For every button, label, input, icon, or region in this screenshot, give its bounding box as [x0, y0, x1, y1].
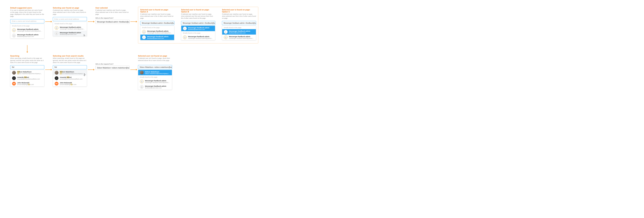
list-item-hovered[interactable]: Sidson Malarkisonsidson.malarkison@acmec… — [53, 70, 87, 76]
list-item[interactable]: Messenger-feedback-adminmessenger-feedba… — [222, 34, 256, 40]
user-email: sidson.malarkison@acmecompany.com — [145, 73, 170, 74]
user-input-filled[interactable]: Messenger-feedback-admin <feedback@userv… — [96, 20, 130, 24]
list-item-selected[interactable]: Messenger-feedback-adminfeedback@uservoi… — [222, 29, 256, 34]
dropdown-header: Emails found on the page: — [138, 75, 172, 79]
user-email: feedback@uservoice.com — [60, 34, 81, 35]
user-email: messenger-feedback-admin@yahoo-inc.com — [60, 28, 85, 30]
user-email: feedback@uservoice.com — [17, 36, 38, 37]
state-title: Selected user not found on page — [138, 55, 172, 57]
user-email: sidson.malarkison@acmecompany.com — [17, 73, 42, 74]
user-email: messenger-feedback-admin@yahoo-inc.com — [188, 38, 213, 39]
dropdown-header: Emails found on the page: — [181, 31, 215, 34]
user-email: feedback@uservoice.com — [188, 28, 210, 30]
state-title: Selected user is found on page: Option A — [140, 9, 174, 13]
user-name: Amanda Sidoni — [17, 76, 40, 78]
state-selected-not-on-page: Selected user not found on page If selec… — [138, 55, 172, 90]
state-user-selected: User selected If selected user matches u… — [96, 7, 130, 24]
list-item[interactable]: Messenger-feedback-adminmessenger-feedba… — [140, 29, 174, 34]
user-email: messenger-feedback-admin@yahoo-inc.com — [229, 38, 254, 39]
prompt-label: Who is the request from? — [96, 17, 130, 19]
dropdown-header: Emails found on the page: — [10, 24, 44, 28]
list-item[interactable]: ✦ Amanda Sidoniamanda@somewhereoutthere.… — [10, 76, 44, 81]
avatar-logo: ✦ — [55, 76, 58, 80]
user-input-filled[interactable]: Messenger-feedback-admin <feedback@userv… — [222, 21, 256, 25]
list-item-hovered[interactable]: Messenger-feedback-adminfeedback@uservoi… — [53, 31, 87, 36]
user-input[interactable]: Sid — [10, 65, 44, 69]
avatar-photo — [12, 71, 16, 74]
svg-marker-21 — [93, 69, 94, 70]
avatar-icon — [183, 26, 187, 30]
user-name: John McDonald — [60, 82, 76, 84]
user-name: Messenger-feedback-admin — [60, 32, 81, 34]
avatar-icon — [55, 32, 58, 35]
user-name: Messenger-feedback-admin — [147, 30, 172, 32]
cursor-icon — [83, 73, 86, 76]
search-results-dropdown: Sidson Malarkisonsidson.malarkison@acmec… — [53, 70, 87, 86]
list-item[interactable]: Messenger-feedback-adminmessenger-feedba… — [53, 25, 87, 31]
user-name: Messenger-feedback-admin — [188, 36, 213, 38]
list-item[interactable]: Messenger-feedback-adminmessenger-feedba… — [138, 79, 172, 84]
state-title: Selected user is found on page: Option C — [222, 9, 256, 13]
avatar-icon — [140, 85, 144, 89]
user-email: messenger-feedback-admin@yahoo-inc.com — [17, 30, 42, 32]
user-input[interactable]: Enter a name and email address — [10, 19, 44, 23]
list-item[interactable]: Sidson Malarkisonsidson.malarkison@acmec… — [10, 70, 44, 76]
list-item-selected[interactable]: Messenger-feedback-adminfeedback@uservoi… — [181, 26, 215, 31]
user-input-filled[interactable]: Sidson Malarkison <sidson.malarkison@acm… — [96, 66, 130, 70]
user-input-filled[interactable]: Sidson Malarkison <sidson.malarkison@acm… — [138, 65, 172, 69]
avatar-badge: HS — [12, 82, 16, 86]
user-input-filled[interactable]: Messenger-feedback-admin <feedback@userv… — [140, 21, 174, 25]
user-email: amanda@somewhereoutthere.com — [17, 78, 40, 80]
suggestions-dropdown: Messenger-feedback-adminfeedback@uservoi… — [181, 26, 215, 40]
user-email: feedback@uservoice.com — [147, 38, 168, 39]
user-name: Messenger-feedback-admin — [147, 36, 168, 38]
suggestions-dropdown: Emails found on the page: Messenger-feed… — [140, 26, 174, 40]
suggestions-dropdown: Emails found on the page: Messenger-feed… — [222, 26, 256, 40]
svg-point-0 — [14, 30, 14, 30]
avatar-icon — [55, 26, 58, 30]
user-email: feedback@uservoice.com — [229, 32, 250, 34]
user-input[interactable]: Enter a name and email address — [53, 17, 87, 21]
state-option-c: Selected user is found on page: Option C… — [222, 9, 256, 40]
user-email: feedback@uservoice.com — [145, 87, 166, 89]
list-item-selected[interactable]: Sidson Malarkisonsidson.malarkison@acmec… — [138, 70, 172, 75]
svg-point-12 — [184, 28, 185, 28]
list-item[interactable]: HS John McDonaldjmcdonald@highside.com — [10, 81, 44, 86]
list-item[interactable]: Messenger-feedback-adminfeedback@uservoi… — [10, 33, 44, 38]
svg-point-11 — [144, 36, 144, 37]
svg-marker-17 — [26, 52, 28, 53]
list-item[interactable]: Messenger-feedback-adminmessenger-feedba… — [10, 28, 44, 33]
state-desc: When searching, emails found on the page… — [10, 57, 44, 63]
user-input[interactable]: Sid — [53, 65, 87, 69]
svg-marker-19 — [51, 69, 52, 70]
user-name: Messenger-feedback-admin — [229, 30, 250, 32]
user-name: John McDonald — [17, 82, 34, 84]
flow-arrow-right — [44, 55, 53, 71]
user-input-filled[interactable]: Messenger-feedback-admin <feedback@userv… — [181, 21, 215, 25]
avatar-icon — [224, 30, 228, 34]
list-item[interactable]: Messenger-feedback-adminmessenger-feedba… — [181, 34, 215, 40]
list-item-selected[interactable]: Messenger-feedback-adminfeedback@uservoi… — [140, 34, 174, 40]
state-desc: When searching, emails found on the page… — [53, 57, 87, 63]
flow-arrow-right — [87, 7, 96, 23]
options-group: Selected user is found on page: Option A… — [138, 7, 258, 44]
user-name: Amanda Sidoni — [60, 76, 82, 78]
list-item[interactable]: HS John McDonaldjmcdonald@highside.com — [53, 81, 87, 86]
state-desc: If selected user isn't found on page, sh… — [138, 57, 172, 63]
state-option-b: Selected user is found on page: Option B… — [181, 9, 215, 40]
cursor-icon — [83, 34, 86, 36]
list-item[interactable]: Messenger-feedback-adminfeedback@uservoi… — [138, 84, 172, 90]
state-desc: If selected user matches user found on p… — [181, 13, 215, 19]
state-title: Selected user is found on page: Option B — [181, 9, 215, 13]
list-item[interactable]: ✦ Amanda Sidoniamanda@somewhereoutthere.… — [53, 76, 87, 81]
svg-point-15 — [226, 36, 226, 37]
user-email: jmcdonald@highside.com — [60, 84, 76, 85]
flow-arrow-right — [130, 55, 138, 71]
state-title: Selecting user found on page — [53, 7, 87, 9]
suggestions-dropdown: Sidson Malarkisonsidson.malarkison@acmec… — [138, 70, 172, 90]
avatar-icon — [142, 30, 146, 34]
svg-marker-7 — [93, 21, 94, 22]
user-email: jmcdonald@highside.com — [17, 84, 34, 85]
avatar-photo — [55, 71, 58, 74]
avatar-logo: ✦ — [12, 76, 16, 80]
